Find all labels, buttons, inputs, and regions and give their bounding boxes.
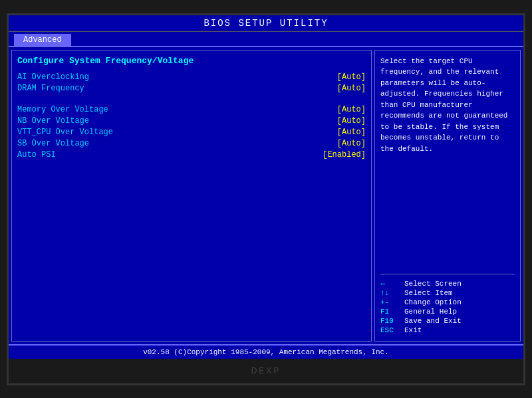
mem-voltage-value: [Auto] xyxy=(337,105,366,114)
menu-group-voltage: Memory Over Voltage [Auto] NB Over Volta… xyxy=(17,105,366,159)
panel-title: Configure System Frequency/Voltage xyxy=(17,56,366,66)
vtt-voltage-label: VTT_CPU Over Voltage xyxy=(17,128,113,137)
footer-text: v02.58 (C)Copyright 1985-2009, American … xyxy=(143,348,389,356)
key-f10-desc: Save and Exit xyxy=(404,317,462,325)
key-f1-desc: General Help xyxy=(404,308,457,316)
auto-psi-label: Auto PSI xyxy=(17,150,56,159)
tab-advanced[interactable]: Advanced xyxy=(14,34,71,46)
footer: v02.58 (C)Copyright 1985-2009, American … xyxy=(9,344,523,359)
mem-voltage-label: Memory Over Voltage xyxy=(17,105,108,114)
key-option-code: +- xyxy=(380,298,404,306)
menu-item-auto-psi[interactable]: Auto PSI [Enabled] xyxy=(17,150,366,159)
dram-freq-label: DRAM Frequency xyxy=(17,84,84,93)
nb-voltage-value: [Auto] xyxy=(337,116,366,126)
monitor-bottom: DEXP xyxy=(9,359,523,383)
menu-item-mem-voltage[interactable]: Memory Over Voltage [Auto] xyxy=(17,105,366,114)
key-row-screen: ↔ Select Screen xyxy=(380,280,515,288)
key-item-desc: Select Item xyxy=(404,289,453,297)
main-content: Configure System Frequency/Voltage AI Ov… xyxy=(9,47,523,345)
key-row-item: ↑↓ Select Item xyxy=(380,289,515,297)
key-row-f1: F1 General Help xyxy=(380,308,515,316)
key-f10-code: F10 xyxy=(380,317,404,325)
menu-separator xyxy=(17,100,366,105)
key-row-option: +- Change Option xyxy=(380,298,515,306)
key-esc-desc: Exit xyxy=(404,326,422,334)
key-map: ↔ Select Screen ↑↓ Select Item +- Change… xyxy=(380,280,515,336)
title-text: BIOS SETUP UTILITY xyxy=(203,18,328,29)
key-screen-code: ↔ xyxy=(380,280,404,288)
auto-psi-value: [Enabled] xyxy=(323,150,366,159)
left-panel: Configure System Frequency/Voltage AI Ov… xyxy=(11,50,372,342)
sb-voltage-label: SB Over Voltage xyxy=(17,139,89,148)
tab-bar: Advanced xyxy=(9,32,523,47)
ai-oc-label: AI Overclocking xyxy=(17,72,89,82)
key-row-esc: ESC Exit xyxy=(380,326,515,334)
tab-label: Advanced xyxy=(23,35,62,45)
key-esc-code: ESC xyxy=(380,326,404,334)
key-option-desc: Change Option xyxy=(404,298,462,306)
vtt-voltage-value: [Auto] xyxy=(337,128,366,137)
bios-title: BIOS SETUP UTILITY xyxy=(9,15,523,32)
help-divider xyxy=(380,274,515,274)
menu-item-nb-voltage[interactable]: NB Over Voltage [Auto] xyxy=(17,116,366,126)
ai-oc-value: [Auto] xyxy=(337,72,366,82)
menu-group-oc: AI Overclocking [Auto] DRAM Frequency [A… xyxy=(17,72,366,93)
help-text: Select the target CPU frequency, and the… xyxy=(380,56,515,269)
monitor-brand: DEXP xyxy=(251,366,281,375)
dram-freq-value: [Auto] xyxy=(337,84,366,93)
sb-voltage-value: [Auto] xyxy=(337,139,366,148)
right-panel: Select the target CPU frequency, and the… xyxy=(374,50,521,342)
key-item-code: ↑↓ xyxy=(380,289,404,297)
key-row-f10: F10 Save and Exit xyxy=(380,317,515,325)
menu-item-dram-freq[interactable]: DRAM Frequency [Auto] xyxy=(17,84,366,93)
bios-screen: BIOS SETUP UTILITY Advanced Configure Sy… xyxy=(9,15,523,359)
menu-item-ai-oc[interactable]: AI Overclocking [Auto] xyxy=(17,72,366,82)
nb-voltage-label: NB Over Voltage xyxy=(17,116,89,126)
key-f1-code: F1 xyxy=(380,308,404,316)
menu-item-sb-voltage[interactable]: SB Over Voltage [Auto] xyxy=(17,139,366,148)
key-screen-desc: Select Screen xyxy=(404,280,462,288)
monitor-frame: BIOS SETUP UTILITY Advanced Configure Sy… xyxy=(7,13,525,385)
menu-item-vtt-voltage[interactable]: VTT_CPU Over Voltage [Auto] xyxy=(17,128,366,137)
